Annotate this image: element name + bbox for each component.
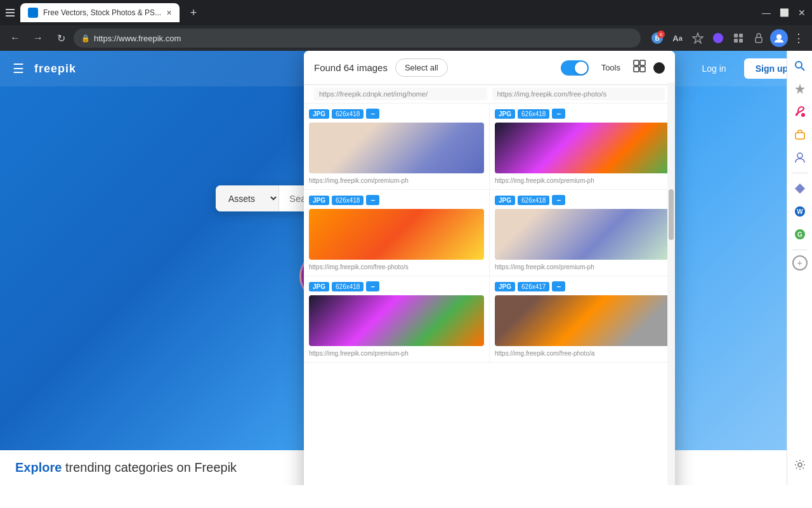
ext-icon-font[interactable]: Aa [669,29,686,47]
maximize-btn[interactable]: ⬜ [779,8,789,18]
window-controls[interactable] [5,8,15,18]
sidebar-toggle-btn[interactable] [5,8,15,18]
popup-toggle[interactable] [561,60,589,76]
fp-assets-dropdown[interactable]: Assets [216,185,279,211]
size-badge: 626x418 [332,282,363,291]
svg-point-13 [796,62,802,68]
svg-rect-10 [739,39,743,43]
grid-cell[interactable]: JPG 626x418 – https://img.freepik.com/pr… [490,104,675,190]
sidebar-settings-icon[interactable] [790,455,810,475]
title-bar: Free Vectors, Stock Photos & PS... ✕ + —… [0,0,812,25]
tab-title: Free Vectors, Stock Photos & PS... [43,8,161,17]
toggle-track[interactable] [561,60,589,76]
sidebar-user-icon[interactable] [790,147,810,168]
popup-url-bar: https://freepik.cdnpk.net/img/home/ http… [304,85,675,104]
image-preview [309,209,484,260]
minimize-btn[interactable]: — [761,8,771,18]
forward-btn[interactable]: → [28,28,48,48]
extension-icons: B 6 Aa ⋮ [648,29,807,48]
sidebar-divider-1 [792,173,808,173]
cell-badges: JPG 626x418 – [309,195,484,205]
image-url: https://img.freepik.com/free-photo/a [495,350,670,357]
svg-rect-26 [640,60,645,65]
svg-rect-25 [634,60,639,65]
more-options-btn[interactable]: ⋮ [790,29,807,48]
image-preview [309,123,484,173]
lock-icon: 🔒 [81,34,90,43]
toggle-thumb [575,62,587,74]
image-url: https://img.freepik.com/premium-ph [309,350,484,357]
cell-badges: JPG 626x418 – [309,109,484,119]
ext-badge: 6 [657,30,665,38]
ext-icon-star[interactable] [689,29,707,47]
fp-login-btn[interactable]: Log in [695,60,734,77]
image-picker-popup[interactable]: Found 64 images Select all Tools https:/… [304,51,675,485]
sidebar-ext-icon-3[interactable]: G [790,224,810,244]
sidebar-briefcase-icon[interactable] [790,124,810,145]
remove-btn[interactable]: – [552,195,565,205]
sidebar-star-icon[interactable] [790,79,810,99]
fp-nav: Log in Sign up [695,58,799,79]
svg-rect-1 [6,12,15,13]
grid-cell[interactable]: JPG 626x418 – https://img.freepik.com/fr… [304,190,490,276]
remove-btn[interactable]: – [366,281,379,291]
profile-icon[interactable] [770,29,788,47]
back-btn[interactable]: ← [5,28,25,48]
svg-rect-27 [634,67,639,72]
ext-icon-puzzle[interactable] [730,29,747,47]
tools-btn[interactable]: Tools [596,60,625,75]
svg-rect-2 [6,15,15,17]
right-sidebar: W G + [787,51,812,485]
type-badge: JPG [309,109,329,119]
grid-view-btn[interactable] [633,60,646,76]
svg-rect-28 [640,67,645,72]
url-left: https://freepik.cdnpk.net/img/home/ [314,88,487,100]
tab-favicon [28,8,38,18]
tab-close-btn[interactable]: ✕ [166,9,172,17]
svg-rect-0 [6,9,15,10]
select-all-btn[interactable]: Select all [395,58,448,77]
svg-marker-15 [795,84,805,94]
grid-row: JPG 626x418 – https://img.freepik.com/fr… [304,190,675,276]
remove-btn[interactable]: – [552,109,565,119]
ext-icon-purple[interactable] [709,29,727,47]
grid-cell[interactable]: JPG 626x418 – https://img.freepik.com/pr… [490,190,675,276]
grid-cell[interactable]: JPG 626x418 – https://img.freepik.com/pr… [304,104,490,190]
refresh-btn[interactable]: ↻ [51,28,71,48]
type-badge: JPG [495,282,515,291]
image-url: https://img.freepik.com/premium-ph [495,264,670,271]
size-badge: 626x418 [518,109,549,119]
dot-icon[interactable] [653,62,665,74]
grid-row: JPG 626x418 – https://img.freepik.com/pr… [304,276,675,363]
grid-cell[interactable]: JPG 626x417 – https://img.freepik.com/fr… [490,276,675,363]
popup-scrollbar[interactable] [667,83,675,485]
sidebar-search-icon[interactable] [790,56,810,76]
image-preview [495,295,670,346]
remove-btn[interactable]: – [366,109,379,119]
svg-marker-5 [693,33,703,43]
scrollbar-thumb[interactable] [669,189,674,240]
size-badge: 626x418 [518,196,549,205]
sidebar-ext-icon-2[interactable]: W [790,201,810,222]
ext-icon-1[interactable]: B 6 [648,29,666,47]
type-badge: JPG [309,282,329,291]
sidebar-add-btn[interactable]: + [792,255,808,271]
new-tab-btn[interactable]: + [185,4,202,22]
close-btn[interactable]: ✕ [797,8,807,18]
found-images-text: Found 64 images [314,62,388,73]
ext-icon-lock2[interactable] [750,29,768,47]
svg-text:W: W [797,208,803,215]
active-tab[interactable]: Free Vectors, Stock Photos & PS... ✕ [20,3,180,22]
fp-menu-btn[interactable]: ☰ [13,61,24,76]
remove-btn[interactable]: – [366,195,379,205]
remove-btn[interactable]: – [552,281,565,291]
address-bar[interactable]: 🔒 https://www.freepik.com [74,29,641,48]
sidebar-paint-icon[interactable] [790,102,810,122]
image-preview [495,209,670,260]
svg-point-12 [776,34,782,39]
grid-cell[interactable]: JPG 626x418 – https://img.freepik.com/pr… [304,276,490,363]
explore-highlight: Explore [15,460,62,474]
type-badge: JPG [309,196,329,205]
svg-text:G: G [797,231,802,238]
sidebar-ext-icon-1[interactable] [790,178,810,199]
